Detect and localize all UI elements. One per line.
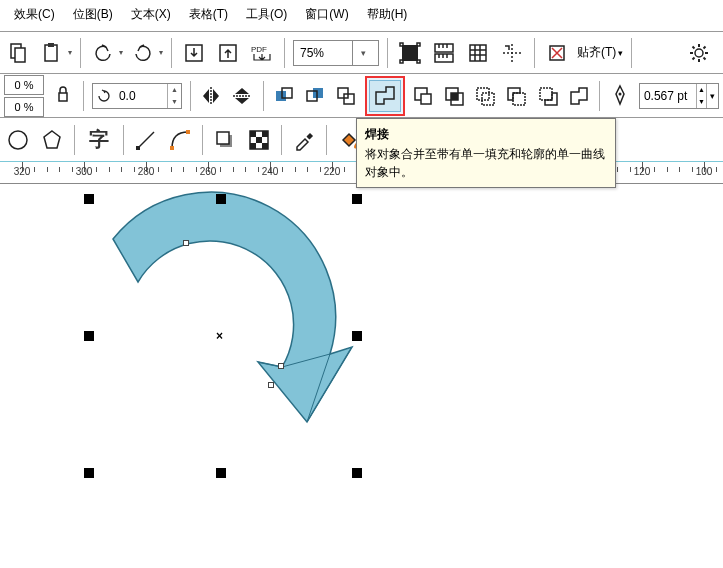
align-back-icon[interactable]: [303, 82, 328, 110]
svg-rect-12: [435, 44, 453, 52]
svg-rect-46: [262, 143, 268, 149]
paste-icon[interactable]: [38, 39, 66, 67]
menu-window[interactable]: 窗口(W): [305, 6, 348, 23]
order-icon[interactable]: [334, 82, 359, 110]
selection-handle[interactable]: [352, 468, 362, 478]
tooltip-title: 焊接: [365, 125, 607, 143]
outline-width-input[interactable]: ▲▼ ▾: [639, 83, 719, 109]
ruler-label: 220: [324, 166, 341, 177]
svg-rect-7: [402, 45, 418, 61]
lock-ratio-icon[interactable]: [50, 82, 75, 110]
svg-rect-14: [470, 45, 486, 61]
flip-horizontal-icon[interactable]: [199, 82, 224, 110]
svg-point-16: [695, 49, 703, 57]
svg-rect-25: [421, 94, 431, 104]
ruler-label: 320: [14, 166, 31, 177]
outline-width-field[interactable]: [640, 89, 696, 103]
zoom-field[interactable]: [294, 46, 352, 60]
drawing-canvas[interactable]: ×: [0, 184, 723, 568]
svg-rect-18: [276, 91, 286, 101]
svg-rect-37: [170, 146, 174, 150]
polygon-icon[interactable]: [38, 126, 66, 154]
selection-handle[interactable]: [352, 331, 362, 341]
ruler-label: 240: [262, 166, 279, 177]
menu-effects[interactable]: 效果(C): [14, 6, 55, 23]
selection-handle[interactable]: [84, 468, 94, 478]
weld-tooltip: 焊接 将对象合并至带有单一填充和轮廓的单一曲线对象中。: [356, 118, 616, 188]
bezier-tool-icon[interactable]: [166, 126, 194, 154]
rotation-input[interactable]: ▲▼: [92, 83, 182, 109]
flip-vertical-icon[interactable]: [230, 82, 255, 110]
shape-node[interactable]: [183, 240, 189, 246]
chevron-down-icon[interactable]: ▾: [706, 84, 718, 108]
align-front-icon[interactable]: [272, 82, 297, 110]
shadow-icon[interactable]: [211, 126, 239, 154]
shape-node[interactable]: [268, 382, 274, 388]
transparency-icon[interactable]: [245, 126, 273, 154]
outline-spinner[interactable]: ▲▼: [696, 84, 706, 108]
delete-icon[interactable]: [543, 39, 571, 67]
line-tool-icon[interactable]: [132, 126, 160, 154]
guides-icon[interactable]: [498, 39, 526, 67]
weld-button-highlight: [365, 76, 405, 116]
selection-handle[interactable]: [84, 331, 94, 341]
scale-y-field[interactable]: 0 %: [4, 97, 44, 117]
grid-icon[interactable]: [464, 39, 492, 67]
svg-point-33: [619, 92, 622, 95]
menu-tools[interactable]: 工具(O): [246, 6, 287, 23]
pdf-icon[interactable]: PDF: [248, 39, 276, 67]
svg-rect-31: [513, 93, 525, 105]
redo-icon[interactable]: [129, 39, 157, 67]
rotate-icon: [93, 88, 115, 104]
selection-handle[interactable]: [216, 194, 226, 204]
scale-x-field[interactable]: 0 %: [4, 75, 44, 95]
ruler-label: 260: [200, 166, 217, 177]
menu-help[interactable]: 帮助(H): [367, 6, 408, 23]
trim-icon[interactable]: [411, 82, 436, 110]
chevron-down-icon[interactable]: ▾: [119, 48, 123, 57]
boundary-icon[interactable]: [566, 82, 591, 110]
weld-icon[interactable]: [372, 83, 398, 109]
chevron-down-icon[interactable]: ▾: [68, 48, 72, 57]
svg-text:PDF: PDF: [251, 45, 267, 54]
zoom-input[interactable]: ▾: [293, 40, 379, 66]
svg-rect-1: [15, 48, 25, 62]
rotation-field[interactable]: [115, 89, 167, 103]
undo-icon[interactable]: [89, 39, 117, 67]
export-icon[interactable]: [214, 39, 242, 67]
svg-rect-45: [250, 143, 256, 149]
selection-handle[interactable]: [216, 468, 226, 478]
menu-bitmap[interactable]: 位图(B): [73, 6, 113, 23]
snap-label: 贴齐(T): [577, 44, 616, 61]
chevron-down-icon[interactable]: ▾: [159, 48, 163, 57]
menu-text[interactable]: 文本(X): [131, 6, 171, 23]
svg-rect-2: [45, 45, 57, 61]
copy-icon[interactable]: [4, 39, 32, 67]
front-minus-back-icon[interactable]: [504, 82, 529, 110]
rulers-icon[interactable]: [430, 39, 458, 67]
menu-table[interactable]: 表格(T): [189, 6, 228, 23]
pen-icon[interactable]: [608, 82, 633, 110]
chevron-down-icon[interactable]: ▾: [618, 48, 623, 58]
eyedropper-icon[interactable]: [290, 126, 318, 154]
svg-rect-3: [48, 43, 54, 47]
shape-node[interactable]: [278, 363, 284, 369]
gear-icon[interactable]: [685, 39, 713, 67]
svg-rect-40: [217, 132, 229, 144]
svg-rect-42: [250, 131, 256, 137]
snap-dropdown[interactable]: 贴齐(T) ▾: [577, 44, 623, 61]
intersect-icon[interactable]: [442, 82, 467, 110]
chevron-down-icon[interactable]: ▾: [352, 41, 374, 65]
selection-handle[interactable]: [84, 194, 94, 204]
arrow-shape[interactable]: [0, 184, 723, 568]
selection-handle[interactable]: [352, 194, 362, 204]
svg-rect-11: [417, 60, 420, 63]
rotation-spinner[interactable]: ▲▼: [167, 84, 181, 108]
back-minus-front-icon[interactable]: [535, 82, 560, 110]
text-tool-icon[interactable]: 字: [83, 126, 115, 154]
ellipse-icon[interactable]: [4, 126, 32, 154]
simplify-icon[interactable]: [473, 82, 498, 110]
svg-rect-44: [262, 131, 268, 137]
fullscreen-icon[interactable]: [396, 39, 424, 67]
import-icon[interactable]: [180, 39, 208, 67]
